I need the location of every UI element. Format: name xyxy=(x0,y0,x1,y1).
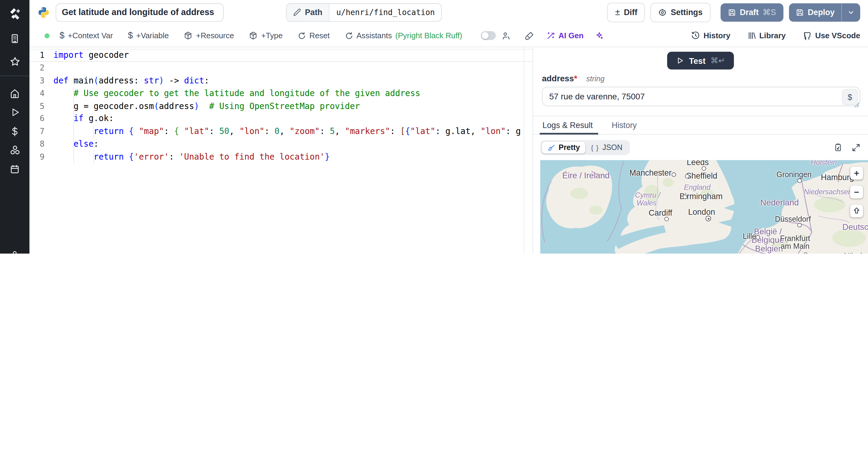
map-city-dot xyxy=(702,166,706,171)
line-number: 3 xyxy=(30,74,44,87)
code-line[interactable]: 3def main(address: str) -> dict: xyxy=(30,74,532,87)
package-icon xyxy=(249,31,258,40)
map-zoom-in-button[interactable]: + xyxy=(850,167,863,179)
play-icon xyxy=(676,57,684,64)
save-icon xyxy=(727,8,736,16)
deploy-button[interactable]: Deploy xyxy=(789,3,860,22)
reset-button[interactable]: Reset xyxy=(298,31,330,40)
code-line[interactable]: 6 if g.ok: xyxy=(30,113,532,125)
line-number: 9 xyxy=(30,151,44,164)
json-view-button[interactable]: { } JSON xyxy=(586,142,628,154)
argument-section: address* string $ xyxy=(533,70,868,106)
map-city-dot xyxy=(672,172,676,177)
path-value: u/henri/find_location xyxy=(330,4,441,21)
wand-icon xyxy=(546,31,555,40)
workspace-building-icon[interactable] xyxy=(0,29,30,48)
pretty-view-button[interactable]: Pretty xyxy=(542,142,585,154)
map-reset-view-button[interactable] xyxy=(850,204,863,217)
vscode-cat-icon xyxy=(802,31,812,40)
home-icon[interactable] xyxy=(0,84,30,103)
tab-logs-result[interactable]: Logs & Result xyxy=(541,116,594,134)
favorites-star-icon[interactable] xyxy=(0,53,30,71)
map-city-dot xyxy=(683,195,687,199)
map-city-dot xyxy=(685,174,689,178)
code-line[interactable]: 7 return { "map": { "lat": 50, "lon": 0,… xyxy=(30,125,532,138)
code-line[interactable]: 1import geocoder xyxy=(30,49,532,61)
refresh-icon xyxy=(298,31,306,40)
path-label[interactable]: Path xyxy=(287,4,330,21)
code-editor[interactable]: 1import geocoder23def main(address: str)… xyxy=(30,47,532,254)
line-number: 7 xyxy=(30,125,44,138)
braces-icon: { } xyxy=(591,144,599,152)
run-panel: Test ⌘↵ address* string $ xyxy=(532,47,868,254)
multiplayer-toggle[interactable] xyxy=(481,31,496,40)
python-icon xyxy=(37,6,50,19)
format-brush-icon[interactable] xyxy=(524,31,534,40)
status-dot xyxy=(44,33,50,38)
test-button[interactable]: Test ⌘↵ xyxy=(667,52,734,70)
code-line[interactable]: 9 return {'error': 'Unable to find the l… xyxy=(30,151,532,164)
code-line[interactable]: 2 xyxy=(30,62,532,74)
resize-handle[interactable] xyxy=(854,102,860,108)
copy-result-button[interactable] xyxy=(833,143,842,152)
required-asterisk: * xyxy=(574,73,577,83)
reload-icon xyxy=(345,31,353,40)
gear-icon xyxy=(658,8,667,16)
deploy-dropdown-button[interactable] xyxy=(841,3,860,22)
schedules-calendar-icon[interactable] xyxy=(0,160,30,178)
map-city-dot xyxy=(798,178,802,183)
result-map[interactable]: Éire / IrelandEnglandCymru /WalesHolstei… xyxy=(540,160,868,254)
editor-scroll-edge xyxy=(524,47,524,254)
sidebar-divider xyxy=(0,76,30,76)
line-number: 2 xyxy=(30,62,44,74)
code-line[interactable]: 5 g = geocoder.osm(address) # Using Open… xyxy=(30,100,532,113)
map-zoom-out-button[interactable]: − xyxy=(850,186,863,198)
resources-boxes-icon[interactable] xyxy=(0,141,30,160)
assistants-status: (Pyright Black Ruff) xyxy=(396,31,462,40)
result-tabs: Logs & Result History xyxy=(533,115,868,135)
save-icon xyxy=(795,8,804,16)
multiplayer-user-icon[interactable] xyxy=(501,31,510,40)
app-window: Path u/henri/find_location ± Diff Settin… xyxy=(0,0,868,254)
test-shortcut: ⌘↵ xyxy=(711,56,725,65)
path-editor[interactable]: Path u/henri/find_location xyxy=(286,3,442,22)
script-title-input[interactable] xyxy=(56,3,224,22)
settings-button[interactable]: Settings xyxy=(651,2,710,22)
brush-icon xyxy=(548,144,555,152)
map-city-dot xyxy=(706,215,711,221)
use-vscode-button[interactable]: Use VScode xyxy=(802,31,860,40)
add-variable-button[interactable]: $+Variable xyxy=(128,31,169,41)
library-button[interactable]: Library xyxy=(747,31,786,40)
line-number: 1 xyxy=(30,49,44,61)
top-header: Path u/henri/find_location ± Diff Settin… xyxy=(30,0,868,24)
add-type-button[interactable]: +Type xyxy=(249,31,283,40)
variables-dollar-icon[interactable] xyxy=(0,122,30,141)
code-line[interactable]: 4 # Use geocoder to get the latitude and… xyxy=(30,87,532,100)
history-clock-icon xyxy=(691,31,701,40)
draft-button[interactable]: Draft ⌘S xyxy=(720,3,783,22)
assistants-button[interactable]: Assistants (Pyright Black Ruff) xyxy=(345,31,462,40)
editor-toolbar: $+Context Var $+Variable +Resource +Type… xyxy=(30,24,868,47)
library-icon xyxy=(747,31,756,40)
add-context-var-button[interactable]: $+Context Var xyxy=(60,31,113,41)
address-input[interactable] xyxy=(542,87,860,106)
line-number: 6 xyxy=(30,113,44,125)
runs-play-icon[interactable] xyxy=(0,103,30,122)
map-canvas xyxy=(540,160,868,254)
dollar-icon: $ xyxy=(60,31,64,41)
history-button[interactable]: History xyxy=(691,31,731,40)
package-icon xyxy=(184,31,193,40)
map-city-dot xyxy=(798,223,802,227)
diff-button[interactable]: ± Diff xyxy=(607,2,645,22)
add-resource-button[interactable]: +Resource xyxy=(184,31,234,40)
code-line[interactable]: 8 else: xyxy=(30,138,532,151)
expand-result-button[interactable] xyxy=(851,143,861,152)
user-icon[interactable] xyxy=(0,245,30,254)
view-mode-switch: Pretty { } JSON xyxy=(540,140,630,155)
tab-history[interactable]: History xyxy=(611,116,638,134)
map-city-dot xyxy=(755,235,760,240)
ai-gen-button[interactable]: AI Gen xyxy=(546,31,584,40)
sparkles-icon[interactable] xyxy=(595,31,604,40)
windmill-logo-icon[interactable] xyxy=(7,7,22,21)
diff-icon: ± xyxy=(615,7,620,17)
